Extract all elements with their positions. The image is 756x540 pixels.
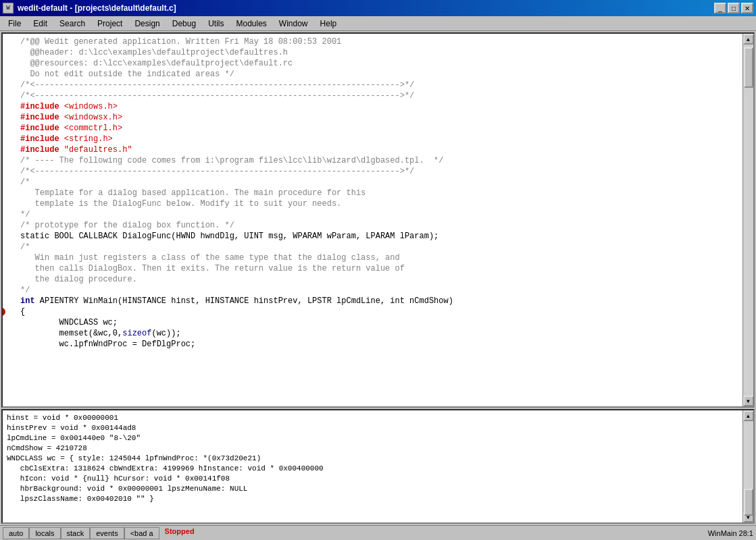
breakpoint-marker[interactable] xyxy=(3,308,5,316)
debug-scrollbar-vertical[interactable]: ▲ ▼ xyxy=(742,410,753,522)
code-text: */ xyxy=(20,286,30,295)
menu-modules[interactable]: Modules xyxy=(231,18,272,30)
code-line-21[interactable]: /* xyxy=(8,242,737,252)
editor-area[interactable]: /*@@ Wedit generated application. Writte… xyxy=(1,32,755,408)
main-area: /*@@ Wedit generated application. Writte… xyxy=(0,31,756,540)
scroll-thumb[interactable] xyxy=(744,47,753,88)
app-icon: W xyxy=(3,3,14,14)
window-title: wedit-default - [projects\default\defaul… xyxy=(18,3,176,13)
scroll-track[interactable] xyxy=(743,45,753,396)
code-line-2[interactable]: @@header: d:\lcc\examples\defaultproject… xyxy=(8,47,737,58)
code-line-4[interactable]: Do not edit outside the indicated areas … xyxy=(8,69,737,80)
code-text: /*@@ Wedit generated application. Writte… xyxy=(20,37,341,47)
debug-line-5: cbClsExtra: 1318624 cbWndExtra: 4199969 … xyxy=(7,464,738,474)
editor-content[interactable]: /*@@ Wedit generated application. Writte… xyxy=(3,34,742,406)
close-button[interactable]: ✕ xyxy=(741,3,753,14)
code-editor[interactable]: /*@@ Wedit generated application. Writte… xyxy=(3,34,742,406)
scroll-up-button[interactable]: ▲ xyxy=(743,34,754,45)
debug-scroll-track[interactable] xyxy=(743,421,753,512)
code-line-31[interactable]: memset(&wc,0,sizeof(wc)); xyxy=(8,328,737,339)
code-text: /* xyxy=(20,178,30,187)
debug-scroll-thumb[interactable] xyxy=(744,489,753,516)
menu-edit[interactable]: Edit xyxy=(28,18,53,30)
menu-project[interactable]: Project xyxy=(92,18,128,30)
title-bar: W wedit-default - [projects\default\defa… xyxy=(0,0,756,16)
code-line-25[interactable]: */ xyxy=(8,285,737,296)
code-line-19[interactable]: /* prototype for the dialog box function… xyxy=(8,220,737,231)
status-tab-bada[interactable]: <bad a xyxy=(124,527,159,539)
code-line-24[interactable]: the dialog procedure. xyxy=(8,274,737,285)
scroll-down-button[interactable]: ▼ xyxy=(743,396,754,406)
code-line-15[interactable]: /* xyxy=(8,177,737,188)
menu-search[interactable]: Search xyxy=(54,18,91,30)
status-tab-locals[interactable]: locals xyxy=(29,527,60,539)
debug-output[interactable]: hinst = void * 0x00000001hinstPrev = voi… xyxy=(3,410,742,522)
menu-bar: File Edit Search Project Design Debug Ut… xyxy=(0,16,756,31)
code-text: Do not edit outside the indicated areas … xyxy=(20,70,234,79)
code-text: Template for a dialog based application.… xyxy=(20,188,366,198)
code-text: Win main just registers a class of the s… xyxy=(20,253,400,263)
code-text: /*<-------------------------------------… xyxy=(20,80,414,90)
menu-debug[interactable]: Debug xyxy=(167,18,201,30)
code-text: /*<-------------------------------------… xyxy=(20,91,414,101)
code-line-23[interactable]: then calls DialogBox. Then it exits. The… xyxy=(8,263,737,274)
code-text: /* xyxy=(20,242,30,252)
code-line-32[interactable]: wc.lpfnWndProc = DefDlgProc; xyxy=(8,339,737,350)
code-line-5[interactable]: /*<-------------------------------------… xyxy=(8,80,737,90)
editor-scrollbar-vertical[interactable]: ▲ ▼ xyxy=(742,34,753,406)
minimize-button[interactable]: _ xyxy=(714,3,726,14)
code-line-16[interactable]: Template for a dialog based application.… xyxy=(8,188,737,198)
code-text: #include <string.h> xyxy=(20,134,113,144)
code-line-8[interactable]: #include <windowsx.h> xyxy=(8,112,737,123)
code-line-6[interactable]: /*<-------------------------------------… xyxy=(8,90,737,101)
code-line-7[interactable]: #include <windows.h> xyxy=(8,101,737,112)
code-line-20[interactable]: static BOOL CALLBACK DialogFunc(HWND hwn… xyxy=(8,231,737,242)
menu-file[interactable]: File xyxy=(3,18,26,30)
code-line-22[interactable]: Win main just registers a class of the s… xyxy=(8,252,737,263)
code-text: /* prototype for the dialog box function… xyxy=(20,221,234,230)
code-text: int APIENTRY WinMain(HINSTANCE hinst, HI… xyxy=(20,296,453,306)
code-text: template is the DialogFunc below. Modify… xyxy=(20,199,341,209)
code-line-18[interactable]: */ xyxy=(8,209,737,220)
status-tab-events[interactable]: events xyxy=(90,527,124,539)
code-text: the dialog procedure. xyxy=(20,275,137,284)
status-tab-auto[interactable]: auto xyxy=(3,527,29,539)
debug-line-7: hbrBackground: void * 0x00000001 lpszMen… xyxy=(7,484,738,494)
code-line-13[interactable]: /*<-------------------------------------… xyxy=(8,166,737,177)
code-text: /*<-------------------------------------… xyxy=(20,167,414,176)
debug-scroll-up-button[interactable]: ▲ xyxy=(743,410,754,421)
debug-line-6: hIcon: void * {null} hCursor: void * 0x0… xyxy=(7,474,738,484)
code-text: @@header: d:\lcc\examples\defaultproject… xyxy=(20,48,288,57)
debug-area: hinst = void * 0x00000001hinstPrev = voi… xyxy=(1,409,755,524)
code-line-1[interactable]: /*@@ Wedit generated application. Writte… xyxy=(8,36,737,47)
code-text: */ xyxy=(20,210,30,219)
status-tab-stack[interactable]: stack xyxy=(61,527,91,539)
code-line-29[interactable]: WNDCLASS wc; xyxy=(8,317,737,328)
title-bar-buttons: _ □ ✕ xyxy=(714,3,753,14)
debug-line-1: hinstPrev = void * 0x00144ad8 xyxy=(7,423,738,433)
code-line-28[interactable]: { xyxy=(8,306,737,317)
code-text: #include <windows.h> xyxy=(20,102,118,111)
status-tabs: auto locals stack events <bad a Stopped xyxy=(3,527,195,539)
code-text: then calls DialogBox. Then it exits. The… xyxy=(20,264,405,273)
code-line-3[interactable]: @@resources: d:\lcc\examples\defaultproj… xyxy=(8,58,737,69)
code-line-12[interactable]: /* ---- The following code comes from i:… xyxy=(8,155,737,166)
code-text: #include "defaultres.h" xyxy=(20,145,132,155)
title-bar-left: W wedit-default - [projects\default\defa… xyxy=(3,3,176,14)
debug-line-8: lpszClassName: 0x00402010 "" } xyxy=(7,494,738,504)
code-text: { xyxy=(20,307,25,317)
code-text: @@resources: d:\lcc\examples\defaultproj… xyxy=(20,59,293,68)
menu-design[interactable]: Design xyxy=(129,18,165,30)
menu-utils[interactable]: Utils xyxy=(203,18,229,30)
status-stopped: Stopped xyxy=(165,527,195,539)
code-text: static BOOL CALLBACK DialogFunc(HWND hwn… xyxy=(20,232,438,241)
code-line-17[interactable]: template is the DialogFunc below. Modify… xyxy=(8,198,737,209)
code-text: #include <commctrl.h> xyxy=(20,124,122,133)
code-line-11[interactable]: #include "defaultres.h" xyxy=(8,144,737,155)
code-line-9[interactable]: #include <commctrl.h> xyxy=(8,123,737,134)
maximize-button[interactable]: □ xyxy=(728,3,740,14)
code-line-27[interactable]: int APIENTRY WinMain(HINSTANCE hinst, HI… xyxy=(8,296,737,306)
menu-help[interactable]: Help xyxy=(315,18,343,30)
menu-window[interactable]: Window xyxy=(274,18,313,30)
code-line-10[interactable]: #include <string.h> xyxy=(8,134,737,144)
